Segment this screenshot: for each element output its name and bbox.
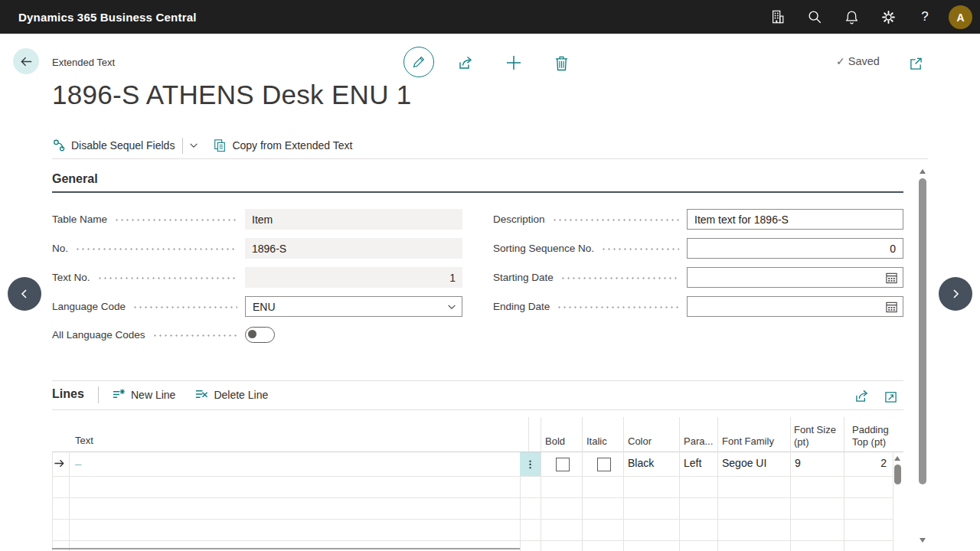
field-label: No. — [52, 243, 68, 254]
italic-checkbox[interactable] — [597, 458, 611, 471]
text-no-value: 1 — [245, 267, 462, 288]
sorting-sequence-field[interactable] — [687, 238, 903, 259]
new-button[interactable] — [505, 54, 523, 72]
starting-date-input[interactable] — [694, 268, 896, 287]
help-icon[interactable]: ? — [916, 8, 934, 26]
chevron-right-icon — [949, 288, 962, 300]
empty-table-row[interactable] — [52, 497, 893, 519]
lines-section-title[interactable]: Lines — [52, 387, 84, 401]
divider — [52, 380, 903, 381]
dotted-leader — [601, 238, 679, 259]
next-record-button[interactable] — [939, 277, 972, 311]
chevron-down-icon[interactable] — [446, 302, 457, 312]
empty-table-row[interactable] — [52, 519, 893, 540]
extended-text-page: { "topbar": { "title": "Dynamics 365 Bus… — [0, 0, 980, 551]
dotted-leader — [97, 267, 237, 288]
dotted-leader — [560, 267, 679, 288]
focus-mode-button[interactable] — [881, 387, 900, 406]
disable-sequel-fields-button[interactable]: Disable Sequel Fields — [52, 139, 175, 152]
column-header-padding-top[interactable]: Padding Top (pt) — [852, 424, 897, 448]
field-table-name: Table Name Item — [52, 209, 462, 230]
grid-scrollbar-thumb[interactable] — [894, 465, 901, 484]
column-header-font-size[interactable]: Font Size (pt) — [794, 424, 838, 448]
save-status: ✓ Saved — [836, 55, 880, 67]
field-sorting-sequence-no: Sorting Sequence No. — [493, 238, 903, 259]
scroll-up-arrow[interactable] — [920, 169, 926, 174]
action-dropdown-chevron[interactable] — [188, 140, 199, 151]
column-header-text[interactable]: Text — [75, 435, 93, 446]
back-arrow-icon — [19, 54, 34, 69]
no-value: 1896-S — [245, 238, 462, 259]
font-family-cell[interactable]: Segoe UI — [722, 457, 766, 469]
trash-icon — [554, 55, 569, 71]
flow-icon — [52, 139, 66, 152]
delete-line-icon — [194, 387, 208, 402]
check-icon: ✓ — [836, 55, 845, 67]
copy-from-extended-text-button[interactable]: Copy from Extended Text — [213, 139, 352, 152]
language-code-input[interactable] — [253, 297, 455, 316]
paragraph-cell[interactable]: Left — [684, 457, 701, 469]
previous-record-button[interactable] — [8, 277, 41, 311]
divider — [182, 138, 183, 154]
description-field[interactable] — [687, 209, 903, 230]
user-avatar[interactable]: A — [949, 5, 972, 29]
settings-gear-icon[interactable] — [879, 8, 897, 26]
expand-icon — [884, 390, 897, 403]
language-code-field[interactable] — [245, 296, 462, 317]
sorting-sequence-input[interactable] — [694, 239, 896, 258]
scroll-down-arrow[interactable] — [920, 538, 926, 543]
field-label: All Language Codes — [52, 329, 145, 341]
edit-button[interactable] — [403, 47, 434, 77]
font-size-cell[interactable]: 9 — [795, 457, 801, 469]
new-line-button[interactable]: New Line — [111, 387, 175, 402]
action-label: Copy from Extended Text — [232, 139, 352, 152]
column-header-color[interactable]: Color — [628, 435, 652, 447]
column-header-italic[interactable]: Italic — [586, 435, 607, 447]
text-cell[interactable]: _ — [75, 453, 81, 466]
field-label: Table Name — [52, 214, 107, 225]
starting-date-field[interactable] — [687, 267, 903, 288]
scroll-up-arrow[interactable] — [894, 456, 900, 461]
app-title[interactable]: Dynamics 365 Business Central — [18, 0, 197, 34]
empty-table-row[interactable] — [52, 540, 893, 551]
saved-label: Saved — [848, 55, 880, 67]
row-menu-button[interactable]: ⋮ — [520, 452, 541, 476]
padding-top-cell[interactable]: 2 — [844, 457, 887, 469]
share-icon — [854, 389, 871, 403]
column-header-font-family[interactable]: Font Family — [722, 435, 774, 447]
table-name-value: Item — [245, 209, 462, 230]
description-input[interactable] — [694, 210, 896, 229]
share-button[interactable] — [457, 54, 475, 72]
general-section-title[interactable]: General — [52, 172, 98, 186]
action-label: New Line — [131, 389, 175, 401]
share-icon — [458, 55, 475, 70]
notifications-bell-icon[interactable] — [842, 8, 861, 26]
calendar-icon[interactable] — [885, 300, 898, 313]
delete-button[interactable] — [552, 54, 570, 72]
column-header-bold[interactable]: Bold — [545, 435, 565, 447]
field-label: Text No. — [52, 272, 90, 283]
color-cell[interactable]: Black — [628, 457, 654, 469]
ending-date-input[interactable] — [694, 297, 896, 316]
field-text-no: Text No. 1 — [52, 267, 462, 288]
dotted-leader — [114, 209, 237, 230]
breadcrumb[interactable]: Extended Text — [52, 57, 115, 68]
dotted-leader — [557, 296, 679, 317]
field-label: Starting Date — [493, 272, 554, 283]
search-icon[interactable] — [805, 8, 824, 26]
bold-checkbox[interactable] — [556, 458, 570, 471]
column-header-paragraph[interactable]: Para... — [684, 435, 713, 447]
field-language-code: Language Code — [52, 296, 462, 317]
lines-share-button[interactable] — [853, 386, 871, 405]
calendar-icon[interactable] — [885, 271, 898, 284]
all-language-codes-toggle[interactable] — [245, 327, 275, 343]
ending-date-field[interactable] — [687, 296, 903, 317]
delete-line-button[interactable]: Delete Line — [194, 387, 268, 402]
page-scrollbar-thumb[interactable] — [919, 178, 926, 484]
back-button[interactable] — [13, 48, 39, 74]
action-bar: Disable Sequel Fields Copy from Extended… — [52, 135, 352, 156]
company-icon[interactable] — [769, 8, 787, 26]
empty-table-row[interactable] — [52, 476, 893, 497]
action-label: Delete Line — [214, 389, 268, 401]
open-in-new-window-button[interactable] — [906, 54, 925, 73]
